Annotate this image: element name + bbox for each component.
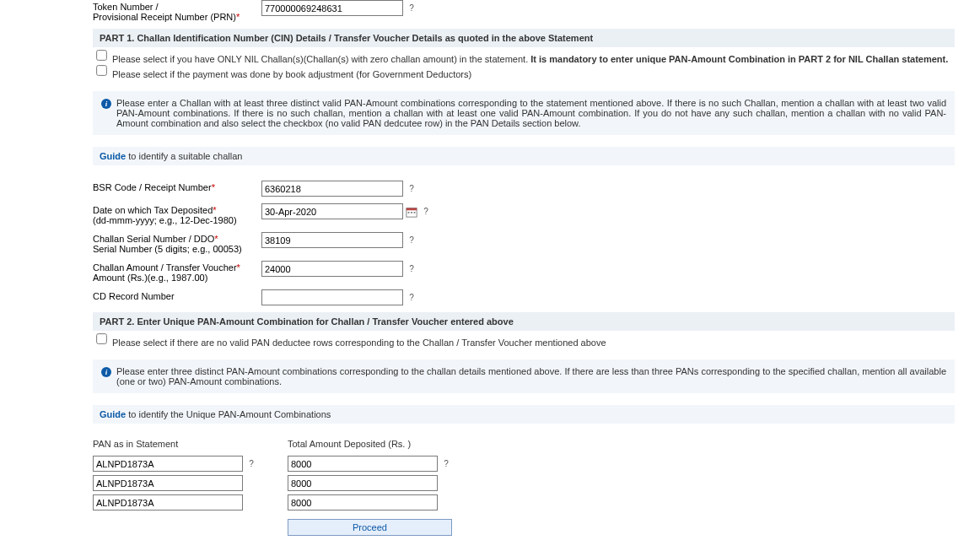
book-adj-row: Please select if the payment was done by… xyxy=(93,69,955,79)
proceed-button[interactable]: Proceed xyxy=(288,519,452,536)
part2-info-text: Please enter three distinct PAN-Amount c… xyxy=(116,366,946,386)
tax-date-label: Date on which Tax Deposited* (dd-mmm-yyy… xyxy=(93,203,261,225)
guide-link[interactable]: Guide xyxy=(100,151,126,161)
pan-input[interactable] xyxy=(93,475,243,491)
cd-record-input[interactable] xyxy=(261,289,403,305)
nil-challan-row: Please select if you have ONLY NIL Chall… xyxy=(93,54,955,64)
pan-input[interactable] xyxy=(93,456,243,472)
book-adj-checkbox[interactable] xyxy=(96,65,107,76)
challan-amount-label: Challan Amount / Transfer Voucher* Amoun… xyxy=(93,261,261,283)
help-icon[interactable] xyxy=(420,206,432,218)
help-icon[interactable] xyxy=(406,183,417,195)
token-row: Token Number / Provisional Receipt Numbe… xyxy=(93,0,955,22)
cd-record-row: CD Record Number xyxy=(93,289,955,305)
challan-amount-row: Challan Amount / Transfer Voucher* Amoun… xyxy=(93,261,955,283)
svg-rect-4 xyxy=(414,212,416,213)
svg-rect-1 xyxy=(407,208,417,210)
help-icon[interactable] xyxy=(406,263,417,275)
serial-input[interactable] xyxy=(261,232,403,248)
pan-input[interactable] xyxy=(93,494,243,510)
pan-column: PAN as in Statement xyxy=(93,439,257,536)
help-icon[interactable] xyxy=(406,292,417,304)
part1-guide: Guide to identify a suitable challan xyxy=(93,147,955,165)
calendar-icon[interactable] xyxy=(406,206,417,218)
challan-amount-input[interactable] xyxy=(261,261,403,277)
bsr-input[interactable] xyxy=(261,181,403,197)
help-icon[interactable] xyxy=(245,458,257,470)
serial-label: Challan Serial Number / DDO* Serial Numb… xyxy=(93,232,261,254)
tax-date-row: Date on which Tax Deposited* (dd-mmm-yyy… xyxy=(93,203,955,225)
no-valid-pan-checkbox[interactable] xyxy=(96,333,107,344)
help-icon[interactable] xyxy=(406,3,417,14)
part2-header: PART 2. Enter Unique PAN-Amount Combinat… xyxy=(93,312,955,331)
part1-header: PART 1. Challan Identification Number (C… xyxy=(93,29,955,47)
info-icon: i xyxy=(101,99,111,109)
part2-guide: Guide to identify the Unique PAN-Amount … xyxy=(93,405,955,424)
no-valid-pan-row: Please select if there are no valid PAN … xyxy=(93,338,955,348)
part2-info-box: i Please enter three distinct PAN-Amount… xyxy=(93,359,955,393)
svg-rect-3 xyxy=(411,212,412,213)
pan-amount-table: PAN as in Statement Total Amount Deposit… xyxy=(93,439,955,536)
book-adj-label: Please select if the payment was done by… xyxy=(112,69,471,79)
tax-date-input[interactable] xyxy=(261,203,403,219)
part1-info-text: Please enter a Challan with at least thr… xyxy=(116,98,946,128)
no-valid-pan-label: Please select if there are no valid PAN … xyxy=(112,338,606,348)
help-icon[interactable] xyxy=(406,235,417,246)
cd-record-label: CD Record Number xyxy=(93,289,261,301)
serial-row: Challan Serial Number / DDO* Serial Numb… xyxy=(93,232,955,254)
nil-challan-checkbox[interactable] xyxy=(96,50,107,61)
pan-header: PAN as in Statement xyxy=(93,439,257,449)
token-label: Token Number / Provisional Receipt Numbe… xyxy=(93,0,261,22)
amount-header: Total Amount Deposited (Rs. ) xyxy=(288,439,452,449)
help-icon[interactable] xyxy=(440,458,452,470)
bsr-row: BSR Code / Receipt Number* xyxy=(93,181,955,197)
amount-column: Total Amount Deposited (Rs. ) Proceed xyxy=(288,439,452,536)
amount-input[interactable] xyxy=(288,456,438,472)
info-icon: i xyxy=(101,367,111,377)
svg-rect-2 xyxy=(408,212,410,213)
amount-input[interactable] xyxy=(288,475,438,491)
part1-info-box: i Please enter a Challan with at least t… xyxy=(93,91,955,135)
amount-input[interactable] xyxy=(288,494,438,510)
guide-link[interactable]: Guide xyxy=(100,409,126,419)
bsr-label: BSR Code / Receipt Number* xyxy=(93,181,261,192)
token-input[interactable] xyxy=(261,0,403,16)
nil-challan-label: Please select if you have ONLY NIL Chall… xyxy=(112,54,948,64)
